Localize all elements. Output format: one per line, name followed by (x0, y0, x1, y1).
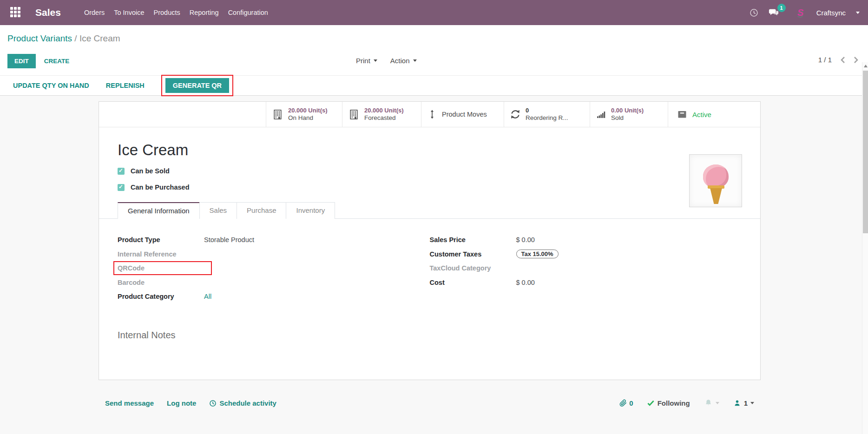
scrollbar-thumb[interactable] (863, 71, 868, 233)
attachments-button[interactable]: 0 (619, 399, 633, 407)
menu-orders[interactable]: Orders (84, 9, 105, 16)
stat-sold[interactable]: 0.00 Unit(s)Sold (590, 102, 668, 127)
caret-down-icon (716, 402, 719, 404)
customer-taxes-value: Tax 15.00% (516, 250, 559, 258)
following-label: Following (658, 399, 690, 407)
screen: Sales Orders To Invoice Products Reporti… (0, 0, 868, 434)
active-label: Active (692, 111, 711, 118)
user-avatar[interactable]: S (795, 7, 806, 19)
internal-reference-label: Internal Reference (118, 250, 204, 258)
breadcrumb-separator: / (74, 33, 77, 43)
form-left-column: Product Type Storable Product Internal R… (118, 233, 430, 304)
internal-notes-heading: Internal Notes (118, 330, 742, 341)
generate-qr-annotation-box: GENERATE QR (161, 75, 233, 96)
field-qrcode: QRCode (118, 261, 430, 276)
can-be-purchased-checkbox[interactable] (118, 184, 125, 191)
stat-forecasted[interactable]: 20.000 Unit(s)Forecasted (342, 102, 421, 127)
navbar-right: 1 S Craftsync (749, 7, 860, 19)
sold-label: Sold (611, 114, 644, 122)
send-message-button[interactable]: Send message (105, 399, 154, 407)
form-right-column: Sales Price $ 0.00 Customer Taxes Tax 15… (430, 233, 742, 304)
user-menu[interactable]: Craftsync (816, 9, 846, 17)
field-sales-price: Sales Price $ 0.00 (430, 233, 742, 247)
on-hand-label: On Hand (288, 114, 328, 122)
can-be-sold-label: Can be Sold (131, 167, 170, 175)
forecasted-label: Forecasted (364, 114, 404, 122)
can-be-purchased-label: Can be Purchased (131, 184, 190, 191)
breadcrumb-product-variants[interactable]: Product Variants (7, 33, 72, 43)
breadcrumb-current: Ice Cream (79, 33, 120, 43)
generate-qr-button[interactable]: GENERATE QR (165, 78, 229, 93)
app-name[interactable]: Sales (35, 7, 61, 18)
scrollbar-up-arrow[interactable] (864, 65, 868, 67)
field-barcode: Barcode (118, 276, 430, 290)
action-dropdown[interactable]: Action (390, 57, 417, 65)
field-cost: Cost $ 0.00 (430, 276, 742, 290)
statusbar: UPDATE QTY ON HAND REPLENISH GENERATE QR (0, 75, 868, 96)
pager-next-button[interactable] (854, 56, 859, 64)
product-moves-label: Product Moves (442, 111, 487, 118)
cost-label: Cost (430, 279, 516, 286)
schedule-activity-label: Schedule activity (219, 399, 276, 407)
product-category-value[interactable]: All (204, 293, 211, 300)
followers-dropdown[interactable]: 1 (733, 399, 754, 407)
message-count-badge: 1 (777, 4, 786, 12)
stat-product-moves[interactable]: Product Moves (421, 102, 504, 127)
field-product-category: Product Category All (118, 289, 430, 304)
update-qty-on-hand-button[interactable]: UPDATE QTY ON HAND (13, 82, 89, 89)
main-menu: Orders To Invoice Products Reporting Con… (84, 9, 268, 16)
replenish-button[interactable]: REPLENISH (106, 82, 145, 89)
edit-button[interactable]: EDIT (7, 54, 36, 68)
form-fields: Product Type Storable Product Internal R… (118, 233, 742, 304)
barcode-label: Barcode (118, 279, 204, 286)
stat-active-toggle[interactable]: Active (668, 102, 760, 127)
create-button[interactable]: CREATE (44, 58, 70, 65)
tab-purchase[interactable]: Purchase (237, 202, 286, 219)
product-category-label: Product Category (118, 293, 204, 300)
bell-icon (704, 399, 713, 408)
vertical-scrollbar[interactable] (862, 62, 868, 434)
following-button[interactable]: Following (647, 399, 690, 407)
sales-price-value: $ 0.00 (516, 236, 535, 243)
caret-down-icon (413, 59, 417, 62)
messages-icon[interactable]: 1 (768, 7, 779, 18)
forecasted-value: 20.000 Unit(s) (364, 107, 404, 114)
print-dropdown[interactable]: Print (356, 57, 377, 65)
tab-general-information[interactable]: General Information (118, 202, 200, 219)
stat-on-hand[interactable]: 20.000 Unit(s)On Hand (266, 102, 342, 127)
menu-configuration[interactable]: Configuration (228, 9, 268, 16)
stat-reordering-rules[interactable]: 0Reordering R... (504, 102, 590, 127)
paperclip-icon (619, 399, 627, 407)
tab-sales[interactable]: Sales (199, 202, 237, 219)
menu-reporting[interactable]: Reporting (190, 9, 219, 16)
ice-cream-scoop-graphic (703, 164, 729, 188)
user-menu-caret-icon[interactable] (856, 12, 860, 14)
person-icon (733, 399, 741, 407)
apps-menu-icon[interactable] (10, 7, 21, 18)
pager-previous-button[interactable] (840, 56, 845, 64)
menu-products[interactable]: Products (154, 9, 180, 16)
tab-inventory[interactable]: Inventory (286, 202, 335, 219)
can-be-sold-row: Can be Sold (118, 166, 742, 176)
log-note-label: Log note (167, 399, 196, 407)
log-note-button[interactable]: Log note (167, 399, 196, 407)
cost-value: $ 0.00 (516, 279, 535, 286)
sales-price-label: Sales Price (430, 236, 516, 243)
notification-bell-dropdown[interactable] (704, 399, 719, 408)
can-be-sold-checkbox[interactable] (118, 168, 125, 175)
pager: 1 / 1 (818, 56, 859, 64)
control-panel: Product Variants / Ice Cream EDIT CREATE… (0, 25, 868, 75)
field-product-type: Product Type Storable Product (118, 233, 430, 247)
product-title: Ice Cream (118, 140, 742, 160)
updown-arrows-icon (427, 109, 437, 120)
menu-to-invoice[interactable]: To Invoice (114, 9, 144, 16)
checkmark-icon (647, 400, 654, 406)
sync-icon (510, 109, 521, 120)
taxcloud-category-label: TaxCloud Category (430, 264, 516, 272)
schedule-activity-button[interactable]: Schedule activity (209, 399, 276, 407)
activities-clock-icon[interactable] (749, 8, 759, 18)
stat-button-row: 20.000 Unit(s)On Hand 20.000 Unit(s)Fore… (99, 102, 760, 127)
customer-taxes-label: Customer Taxes (430, 250, 516, 258)
chatter-right: 0 Following 1 (619, 399, 754, 408)
field-customer-taxes: Customer Taxes Tax 15.00% (430, 247, 742, 262)
